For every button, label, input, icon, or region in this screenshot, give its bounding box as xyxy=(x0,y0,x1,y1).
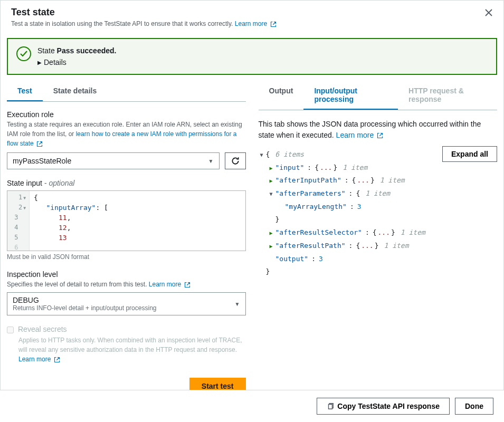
inspection-desc: Specifies the level of detail to return … xyxy=(7,280,246,289)
inspection-label: Inspection level xyxy=(7,270,246,279)
external-link-icon xyxy=(184,282,191,288)
expand-icon[interactable]: ▶ xyxy=(268,228,274,238)
json-node-input[interactable]: ▶ "input": {...} 1 item xyxy=(259,161,498,175)
collapse-icon[interactable]: ▼ xyxy=(259,150,265,160)
json-node-after-input-path[interactable]: ▶ "afterInputPath": {...} 1 item xyxy=(259,174,498,187)
expand-icon[interactable]: ▶ xyxy=(268,163,274,173)
tab-test[interactable]: Test xyxy=(7,81,43,101)
success-icon xyxy=(16,46,31,61)
state-input-section: State input - optional 1▼ 2▼ 3 4 5 6 { "… xyxy=(7,179,246,261)
reveal-secrets-label: Reveal secrets xyxy=(18,325,67,333)
tab-http: HTTP request & response xyxy=(398,81,497,110)
inspection-learn-more-link[interactable]: Learn more xyxy=(149,281,191,288)
execution-role-desc: Testing a state requires an execution ro… xyxy=(7,120,246,148)
copy-response-button[interactable]: Copy TestState API response xyxy=(317,398,450,415)
close-icon xyxy=(484,8,493,17)
caret-down-icon: ▼ xyxy=(235,301,240,307)
json-node-after-result-selector[interactable]: ▶ "afterResultSelector": {...} 1 item xyxy=(259,226,498,239)
json-viewer: Expand all ▼{ 6 items ▶ "input": {...} 1… xyxy=(259,148,498,279)
caret-right-icon: ▶ xyxy=(37,60,42,65)
external-link-icon xyxy=(270,21,277,27)
json-root-close: } xyxy=(259,265,498,279)
json-node-after-result-path[interactable]: ▶ "afterResultPath": {...} 1 item xyxy=(259,239,498,253)
expand-all-button[interactable]: Expand all xyxy=(442,146,497,162)
refresh-roles-button[interactable] xyxy=(225,152,246,169)
output-description: This tab shows the JSON data processing … xyxy=(259,119,498,141)
right-panel: Output Input/output processing HTTP requ… xyxy=(259,81,498,395)
editor-body[interactable]: { "inputArray": [ 11, 12, 13 xyxy=(30,191,245,251)
collapse-icon[interactable]: ▼ xyxy=(268,189,274,199)
refresh-icon xyxy=(231,156,240,166)
expand-icon[interactable]: ▶ xyxy=(268,176,274,186)
editor-gutter: 1▼ 2▼ 3 4 5 6 xyxy=(7,191,30,251)
json-close-brace: } xyxy=(259,213,498,226)
state-input-label: State input - optional xyxy=(7,179,246,187)
state-input-helper: Must be in valid JSON format xyxy=(7,253,246,261)
copy-icon xyxy=(327,402,334,410)
dialog-footer: Copy TestState API response Done xyxy=(0,390,504,422)
execution-role-label: Execution role xyxy=(7,110,246,119)
done-button[interactable]: Done xyxy=(455,398,493,415)
tab-io-processing[interactable]: Input/output processing xyxy=(303,81,398,110)
execution-role-section: Execution role Testing a state requires … xyxy=(7,110,246,169)
execution-role-select[interactable]: myPassStateRole ▼ xyxy=(7,152,220,169)
left-tabs: Test State details xyxy=(7,81,246,102)
reveal-secrets-checkbox xyxy=(7,327,14,333)
json-leaf-my-array-length: "myArrayLength": 3 xyxy=(259,200,498,214)
tab-output[interactable]: Output xyxy=(259,81,304,110)
dialog-header: Test state Test a state in isolation usi… xyxy=(1,1,503,36)
expand-icon[interactable]: ▶ xyxy=(268,241,274,251)
json-node-output: "output": 3 xyxy=(259,253,498,266)
success-banner: State Pass succeeded. ▶ Details xyxy=(7,38,497,75)
dialog-title: Test state xyxy=(11,7,493,18)
tab-state-details[interactable]: State details xyxy=(43,81,107,101)
learn-more-link[interactable]: Learn more xyxy=(235,20,277,27)
external-link-icon xyxy=(36,141,43,147)
external-link-icon xyxy=(377,132,383,139)
inspection-level-select[interactable]: DEBUG Returns INFO-level detail + input/… xyxy=(7,292,246,315)
json-node-after-parameters[interactable]: ▼ "afterParameters": { 1 item xyxy=(259,187,498,200)
left-panel: Test State details Execution role Testin… xyxy=(7,81,246,395)
reveal-secrets-desc: Applies to HTTP tasks only. When combine… xyxy=(18,335,246,364)
inspection-section: Inspection level Specifies the level of … xyxy=(7,270,246,315)
state-input-editor[interactable]: 1▼ 2▼ 3 4 5 6 { "inputArray": [ 11, 12, … xyxy=(7,190,246,251)
right-tabs: Output Input/output processing HTTP requ… xyxy=(259,81,498,110)
output-learn-more-link[interactable]: Learn more xyxy=(336,131,383,139)
dialog-description: Test a state in isolation using the Test… xyxy=(11,20,493,27)
external-link-icon xyxy=(54,357,60,363)
close-button[interactable] xyxy=(484,8,493,18)
caret-down-icon: ▼ xyxy=(208,158,214,164)
reveal-secrets-section: Reveal secrets Applies to HTTP tasks onl… xyxy=(7,325,246,364)
success-message: State Pass succeeded. xyxy=(37,46,116,55)
reveal-learn-more-link[interactable]: Learn more xyxy=(18,356,60,363)
details-toggle[interactable]: ▶ Details xyxy=(37,58,116,66)
